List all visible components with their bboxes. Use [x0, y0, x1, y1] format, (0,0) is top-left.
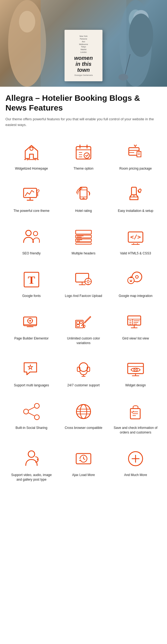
desktop-graph-icon — [21, 184, 42, 205]
monitor-settings-icon — [73, 269, 94, 290]
svg-point-67 — [136, 276, 138, 278]
feature-page-builder: Page Builder Elementor — [5, 306, 57, 353]
feature-cross-browser: Cross browser compatible — [57, 395, 110, 442]
svg-rect-46 — [76, 239, 91, 242]
home-icon — [21, 141, 42, 163]
feature-label-widgetized: Widgetized Homepage — [15, 166, 48, 171]
feature-label-browser: Cross browser compatible — [65, 426, 102, 430]
feature-label-map: Google map integration — [119, 294, 153, 298]
money-icon — [125, 141, 146, 163]
svg-text:T: T — [28, 274, 35, 286]
svg-point-68 — [128, 277, 134, 284]
book-cities: New YorkParturneAvoMelbourneTokyoMadridL… — [79, 35, 88, 54]
feature-colors: Unlimited custom color variations — [57, 306, 110, 353]
feature-ajax: Ajax Load More — [57, 442, 110, 490]
gear-laptop-icon — [21, 311, 42, 333]
feature-label-hotel-rating: Hotel rating — [75, 209, 92, 213]
feature-label-fonts: Google fonts — [22, 294, 41, 298]
content-area: Allegra – Hotelier Booking Blogs & News … — [0, 87, 167, 496]
map-pin-icon — [125, 269, 146, 290]
feature-room-pricing: Room pricing package — [110, 136, 162, 179]
hero-section: New YorkParturneAvoMelbourneTokyoMadridL… — [0, 0, 167, 87]
feature-orders: Save and check information of orders and… — [110, 395, 162, 442]
feature-media-support: Support video, audio, image and gallery … — [5, 442, 57, 490]
feature-247-support: 24/7 customer support — [57, 353, 110, 395]
feature-label-theme: Theme option — [73, 166, 93, 171]
pipe-tool-icon — [125, 184, 146, 205]
feature-multiple-headers: Multiple headers — [57, 221, 110, 263]
svg-rect-42 — [76, 230, 91, 234]
book-author: Giuseppe Santamaria — [74, 74, 93, 76]
feature-label-colors: Unlimited custom color variations — [60, 336, 107, 345]
feature-easy-install: Easy installation & setup — [110, 178, 162, 221]
feature-label-social: Built-in Social Sharing — [15, 426, 47, 430]
hero-book: New YorkParturneAvoMelbourneTokyoMadridL… — [65, 30, 102, 81]
svg-line-124 — [84, 459, 85, 459]
feature-widgetized-homepage: Widgetized Homepage — [5, 136, 57, 179]
feature-label-ajax: Ajax Load More — [72, 473, 95, 477]
feature-label-languages: Support multi languages — [14, 383, 49, 388]
feature-label-html5: Valid HTML5 & CSS3 — [120, 251, 151, 256]
monitor-list-icon — [125, 311, 146, 333]
svg-rect-36 — [131, 187, 136, 195]
feature-logo-favicon: Logo And Favicon Upload — [57, 263, 110, 306]
svg-rect-81 — [77, 321, 79, 324]
feature-google-map: Google map integration — [110, 263, 162, 306]
feature-label-seo: SEO friendly — [22, 251, 40, 256]
globe-icon — [73, 401, 94, 422]
feature-languages: Support multi languages — [5, 353, 57, 395]
feature-label-widget: Widget design — [125, 383, 146, 388]
feature-label-room: Room pricing package — [119, 166, 152, 171]
feature-label-media: Support video, audio, image and gallery … — [8, 473, 55, 482]
svg-point-9 — [30, 147, 33, 150]
svg-point-121 — [28, 451, 35, 457]
feature-more: And Much More — [110, 442, 162, 490]
book-title: womenin thistown — [74, 55, 93, 73]
feature-seo: SEO friendly — [5, 221, 57, 263]
page-title: Allegra – Hotelier Booking Blogs & News … — [5, 93, 162, 113]
share-icon — [21, 401, 42, 422]
feature-label-core: The powerful core theme — [14, 209, 50, 213]
plus-circle-icon — [125, 448, 146, 470]
monitor-eye-icon — [125, 358, 146, 380]
feature-social-sharing: Built-in Social Sharing — [5, 395, 57, 442]
svg-point-22 — [84, 153, 89, 158]
speech-star-icon — [21, 358, 42, 380]
svg-rect-82 — [77, 325, 79, 327]
svg-point-40 — [26, 230, 31, 236]
feature-theme-option: Theme option — [57, 136, 110, 179]
svg-point-8 — [118, 74, 128, 80]
feature-label-orders: Save and check information of orders and… — [112, 426, 159, 435]
calendar-icon — [73, 141, 94, 163]
page-description: Our theme offers powerful features for y… — [5, 116, 162, 128]
svg-text:</>: </> — [130, 234, 141, 240]
phone-tap-icon — [73, 184, 94, 205]
feature-label-grid: Gird view/ list view — [122, 336, 149, 341]
svg-point-35 — [83, 198, 84, 199]
feature-label-headers: Multiple headers — [72, 251, 95, 256]
feature-google-fonts: T Google fonts — [5, 263, 57, 306]
checklist-bag-icon — [125, 401, 146, 422]
svg-point-96 — [79, 363, 88, 371]
svg-point-107 — [34, 403, 39, 408]
svg-point-1 — [19, 11, 35, 33]
text-t-icon: T — [21, 269, 42, 290]
headers-icon — [73, 226, 94, 248]
svg-line-111 — [28, 413, 34, 416]
svg-rect-83 — [80, 321, 82, 323]
feature-label-builder: Page Builder Elementor — [14, 336, 49, 341]
feature-label-247: 24/7 customer support — [67, 383, 99, 388]
svg-rect-43 — [76, 235, 91, 238]
feature-label-install: Easy installation & setup — [118, 209, 153, 213]
features-grid: Widgetized Homepage Theme option — [5, 136, 162, 490]
svg-point-6 — [129, 14, 153, 57]
ajax-spinner-icon — [73, 448, 94, 470]
people-icon — [21, 226, 42, 248]
feature-widget-design: Widget design — [110, 353, 162, 395]
svg-point-109 — [34, 415, 39, 420]
feature-label-more: And Much More — [124, 473, 147, 477]
headset-icon — [73, 358, 94, 380]
feature-label-logo: Logo And Favicon Upload — [65, 294, 102, 298]
feature-html5: </> Valid HTML5 & CSS3 — [110, 221, 162, 263]
svg-marker-95 — [28, 365, 33, 369]
